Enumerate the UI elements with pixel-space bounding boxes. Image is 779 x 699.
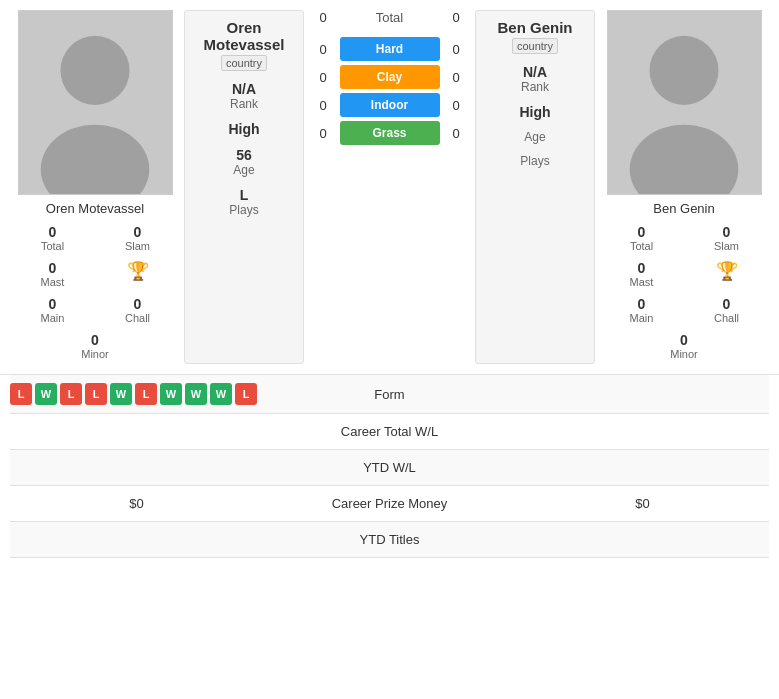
svg-point-4 bbox=[649, 36, 718, 105]
ytd-titles-row: YTD Titles bbox=[10, 522, 769, 558]
player1-main: 0 Main bbox=[10, 292, 95, 328]
player1-high-block: High bbox=[195, 121, 293, 137]
player1-avatar bbox=[18, 10, 173, 195]
player1-stats: 0 Total 0 Slam 0 Mast 🏆 0 Main 0 Chall bbox=[10, 220, 180, 364]
player2-high-block: High bbox=[486, 104, 584, 120]
indoor-row: 0 Indoor 0 bbox=[313, 93, 466, 117]
player2-title: Ben Genin bbox=[497, 19, 572, 36]
form-badge-l: L bbox=[85, 383, 107, 405]
grass-button[interactable]: Grass bbox=[340, 121, 440, 145]
player1-total: 0 Total bbox=[10, 220, 95, 256]
player1-info-card: Oren Motevassel country N/A Rank High 56… bbox=[184, 10, 304, 364]
player2-card: Ben Genin 0 Total 0 Slam 0 Mast 🏆 0 Main bbox=[599, 10, 769, 364]
player1-trophy-icon: 🏆 bbox=[95, 256, 180, 292]
player1-age-block: 56 Age bbox=[195, 147, 293, 177]
form-badges: LWLLWLWWWL bbox=[10, 383, 263, 405]
player1-chall: 0 Chall bbox=[95, 292, 180, 328]
clay-row: 0 Clay 0 bbox=[313, 65, 466, 89]
player1-plays-block: L Plays bbox=[195, 187, 293, 217]
career-prize-right: $0 bbox=[516, 496, 769, 511]
surface-rows: 0 Hard 0 0 Clay 0 0 Indoor 0 0 Grass 0 bbox=[313, 33, 466, 149]
player2-info-card: Ben Genin country N/A Rank High Age Play… bbox=[475, 10, 595, 364]
player2-main: 0 Main bbox=[599, 292, 684, 328]
form-badge-l: L bbox=[10, 383, 32, 405]
form-badge-l: L bbox=[235, 383, 257, 405]
player1-country: country bbox=[221, 55, 267, 71]
player2-mast: 0 Mast bbox=[599, 256, 684, 292]
career-prize-left: $0 bbox=[10, 496, 263, 511]
form-badge-l: L bbox=[135, 383, 157, 405]
form-badge-w: W bbox=[160, 383, 182, 405]
player2-avatar bbox=[607, 10, 762, 195]
player2-total: 0 Total bbox=[599, 220, 684, 256]
hard-row: 0 Hard 0 bbox=[313, 37, 466, 61]
player2-age-block: Age bbox=[486, 130, 584, 144]
player1-rank-block: N/A Rank bbox=[195, 81, 293, 111]
player1-card: Oren Motevassel 0 Total 0 Slam 0 Mast 🏆 … bbox=[10, 10, 180, 364]
player1-name-block: Oren Motevassel country bbox=[195, 19, 293, 71]
career-prize-row: $0 Career Prize Money $0 bbox=[10, 486, 769, 522]
form-badge-w: W bbox=[210, 383, 232, 405]
player2-chall: 0 Chall bbox=[684, 292, 769, 328]
form-badge-l: L bbox=[60, 383, 82, 405]
ytd-wl-row: YTD W/L bbox=[10, 450, 769, 486]
player2-minor: 0 Minor bbox=[642, 328, 727, 364]
player2-trophy-icon: 🏆 bbox=[684, 256, 769, 292]
player1-slam: 0 Slam bbox=[95, 220, 180, 256]
player1-title: Oren bbox=[226, 19, 261, 36]
svg-point-1 bbox=[60, 36, 129, 105]
player1-mast: 0 Mast bbox=[10, 256, 95, 292]
bottom-section: LWLLWLWWWL Form Career Total W/L YTD W/L… bbox=[0, 374, 779, 558]
form-label: Form bbox=[263, 387, 516, 402]
clay-button[interactable]: Clay bbox=[340, 65, 440, 89]
form-badge-w: W bbox=[110, 383, 132, 405]
hard-button[interactable]: Hard bbox=[340, 37, 440, 61]
player2-name: Ben Genin bbox=[653, 201, 714, 216]
player1-name: Oren Motevassel bbox=[46, 201, 144, 216]
player2-slam: 0 Slam bbox=[684, 220, 769, 256]
match-middle: 0 Total 0 0 Hard 0 0 Clay 0 0 Indoor 0 0 bbox=[308, 10, 471, 364]
player2-stats: 0 Total 0 Slam 0 Mast 🏆 0 Main 0 Chall bbox=[599, 220, 769, 364]
total-row: 0 Total 0 bbox=[313, 10, 466, 25]
player1-minor: 0 Minor bbox=[53, 328, 138, 364]
player2-rank-block: N/A Rank bbox=[486, 64, 584, 94]
career-wl-row: Career Total W/L bbox=[10, 414, 769, 450]
player2-country: country bbox=[512, 38, 558, 54]
player2-plays-block: Plays bbox=[486, 154, 584, 168]
player2-name-block: Ben Genin country bbox=[486, 19, 584, 54]
form-badge-w: W bbox=[35, 383, 57, 405]
grass-row: 0 Grass 0 bbox=[313, 121, 466, 145]
form-row: LWLLWLWWWL Form bbox=[10, 375, 769, 414]
form-badge-w: W bbox=[185, 383, 207, 405]
indoor-button[interactable]: Indoor bbox=[340, 93, 440, 117]
